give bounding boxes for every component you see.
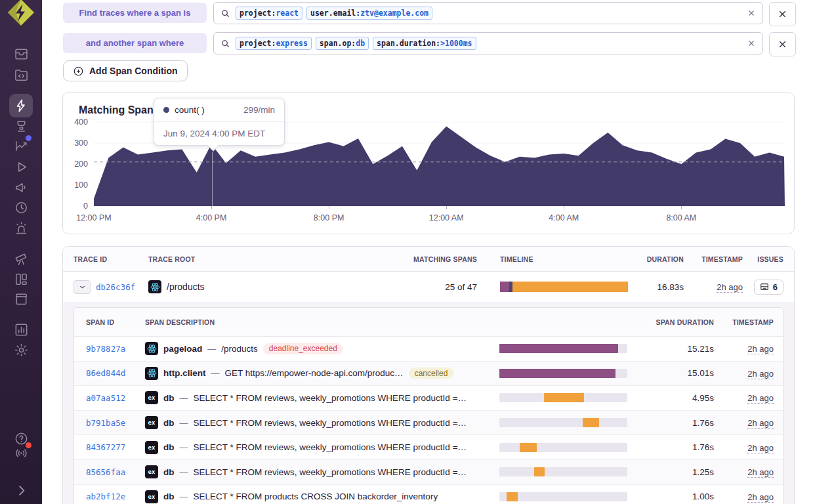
express-platform-icon: ex: [145, 416, 158, 429]
span-description: GET https://empower-node-api.com/produc…: [225, 368, 404, 378]
sentry-logo[interactable]: [7, 0, 35, 26]
span-row[interactable]: a07aa512exdb—SELECT * FROM reviews, week…: [74, 385, 783, 410]
span-id-link[interactable]: 86ed844d: [86, 368, 145, 378]
span-status-badge: deadline_exceeded: [263, 343, 343, 354]
sidebar-item-settings[interactable]: [12, 341, 30, 358]
span-timestamp[interactable]: 2h ago: [747, 418, 774, 429]
x-axis-tick: [446, 206, 447, 209]
trace-id-link[interactable]: db26c36f: [96, 282, 135, 292]
sidebar-item-feedback[interactable]: [12, 178, 30, 196]
span-timestamp[interactable]: 2h ago: [747, 393, 774, 404]
sidebar-item-discover[interactable]: [12, 250, 30, 267]
token-key: user.email:: [310, 9, 360, 18]
span-id-link[interactable]: ab2bf12e: [86, 492, 145, 501]
collapse-trace-button[interactable]: [73, 280, 91, 294]
sidebar-item-stats[interactable]: [12, 321, 30, 338]
crons-icon: [14, 200, 29, 215]
col-span-duration: SPAN DURATION: [627, 318, 714, 326]
sidebar-item-explore[interactable]: [12, 66, 30, 83]
remove-condition-button-1[interactable]: [769, 2, 796, 26]
express-platform-icon: ex: [145, 441, 158, 454]
span-id-link[interactable]: 84367277: [86, 442, 145, 452]
search-bar-1[interactable]: project:reactuser.email:ztv@example.com: [213, 2, 763, 24]
collapse-icon: [14, 483, 29, 498]
alerts-icon: [14, 220, 29, 236]
span-timestamp[interactable]: 2h ago: [747, 344, 774, 354]
separator: —: [207, 344, 216, 354]
filter-token[interactable]: span.duration:>1000ms: [373, 37, 476, 50]
filter-token[interactable]: user.email:ztv@example.com: [306, 7, 432, 20]
chart-title: Matching Spans: [79, 104, 159, 116]
span-status-badge: cancelled: [409, 368, 454, 379]
span-row[interactable]: ab2bf12eexdb—SELECT * FROM products CROS…: [74, 484, 783, 504]
separator: —: [180, 418, 188, 428]
span-row[interactable]: 84367277exdb—SELECT * FROM reviews, week…: [74, 434, 783, 459]
span-id-link[interactable]: a07aa512: [86, 393, 145, 403]
separator: —: [180, 442, 188, 452]
span-id-link[interactable]: 85656faa: [86, 467, 145, 477]
sidebar-item-alerts[interactable]: [12, 219, 30, 236]
trace-timeline-bar[interactable]: [500, 282, 628, 292]
sidebar-item-profiling[interactable]: [12, 117, 30, 135]
span-duration-bar: [499, 369, 627, 378]
matching-spans-count: 25 of 47: [402, 282, 477, 292]
sidebar-item-crons[interactable]: [12, 199, 30, 216]
trace-issues-button[interactable]: 6: [754, 280, 783, 295]
token-key: span.duration:: [377, 39, 440, 48]
x-axis-tick: [211, 206, 212, 209]
span-table: SPAN ID SPAN DESCRIPTION SPAN DURATION T…: [73, 307, 783, 504]
token-value: ztv@example.com: [360, 9, 428, 18]
search-input-2[interactable]: [482, 33, 741, 54]
search-bar-2[interactable]: project:expressspan.op:dbspan.duration:>…: [213, 32, 763, 54]
span-row[interactable]: 86ed844dhttp.client—GET https://empower-…: [74, 361, 783, 386]
add-span-condition-button[interactable]: Add Span Condition: [63, 60, 188, 81]
clear-search-icon-2[interactable]: [747, 39, 756, 48]
col-span-id: SPAN ID: [86, 318, 145, 326]
x-axis-tick: [329, 206, 329, 209]
filter-token[interactable]: project:react: [236, 7, 302, 20]
releases-icon: [14, 291, 29, 306]
span-id-link[interactable]: 9b78827a: [86, 344, 145, 354]
token-value: express: [276, 39, 307, 48]
span-timestamp[interactable]: 2h ago: [747, 492, 774, 503]
trace-row[interactable]: db26c36f /products 25 of 47 16.83s 2h ag…: [63, 272, 794, 303]
token-value: db: [356, 39, 365, 48]
sidebar-item-traces[interactable]: [9, 94, 33, 117]
explore-icon: [14, 68, 29, 83]
traces-icon: [14, 98, 28, 113]
issues-icon: [760, 282, 769, 291]
span-row[interactable]: b791ba5eexdb—SELECT * FROM reviews, week…: [74, 410, 783, 435]
filter-token[interactable]: project:express: [236, 37, 312, 50]
span-timestamp[interactable]: 2h ago: [747, 467, 774, 478]
trace-root-name[interactable]: /products: [167, 282, 205, 292]
trace-timestamp[interactable]: 2h ago: [717, 282, 743, 293]
insights-notification-dot: [26, 135, 31, 141]
sidebar-item-replays[interactable]: [12, 158, 30, 175]
span-duration-bar: [499, 393, 627, 402]
sidebar-item-dashboards[interactable]: [12, 270, 30, 287]
express-platform-icon: ex: [145, 490, 158, 503]
span-id-link[interactable]: b791ba5e: [86, 418, 145, 428]
span-timestamp[interactable]: 2h ago: [747, 443, 774, 453]
sidebar-item-collapse[interactable]: [12, 482, 30, 499]
remove-condition-button-2[interactable]: [769, 32, 796, 56]
chart-tooltip: count( ) 299/min Jun 9, 2024 4:00 PM EDT: [154, 98, 285, 146]
filter-token[interactable]: span.op:db: [316, 37, 369, 50]
span-row[interactable]: 9b78827apageload—/productsdeadline_excee…: [74, 337, 783, 361]
x-axis-tick: [681, 206, 682, 209]
sidebar-item-broadcast[interactable]: [12, 444, 30, 461]
search-input-1[interactable]: [438, 3, 741, 24]
discover-icon: [14, 251, 29, 266]
token-value: react: [276, 9, 299, 18]
tooltip-series-label: count( ): [175, 105, 205, 115]
span-timestamp[interactable]: 2h ago: [747, 369, 774, 379]
token-key: project:: [240, 9, 276, 18]
span-table-header: SPAN ID SPAN DESCRIPTION SPAN DURATION T…: [74, 308, 783, 337]
span-duration-bar: [499, 344, 627, 353]
sidebar-item-releases[interactable]: [12, 290, 30, 307]
sidebar-item-issues[interactable]: [12, 45, 30, 62]
profiling-icon: [14, 119, 29, 134]
clear-search-icon-1[interactable]: [747, 9, 756, 18]
span-row[interactable]: 85656faaexdb—SELECT * FROM reviews, week…: [74, 459, 783, 484]
sidebar-item-insights[interactable]: [12, 137, 30, 154]
